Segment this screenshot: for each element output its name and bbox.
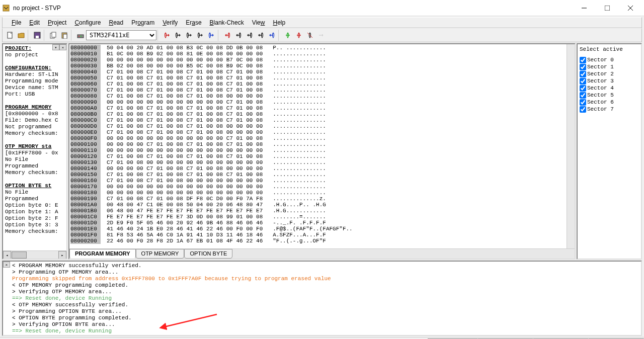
- progmem-header: PROGRAM MEMORY: [5, 104, 51, 110]
- device-select[interactable]: STM32F411xE: [86, 30, 156, 40]
- new-file-icon[interactable]: [5, 30, 16, 41]
- prog-red-icon[interactable]: [222, 30, 233, 41]
- sector-checkbox-4[interactable]: [580, 85, 586, 92]
- read-black2-icon[interactable]: [184, 30, 195, 41]
- sector-title: Select active: [580, 45, 639, 53]
- hex-row: 08000040C7 01 00 08 C7 01 00 08 C7 01 00…: [70, 69, 574, 75]
- hex-row: 0800011000 00 00 00 00 00 00 00 00 00 00…: [70, 147, 574, 153]
- tab-option-byte[interactable]: OPTION BYTE: [184, 249, 232, 259]
- menu-verify[interactable]: Verify: [158, 18, 182, 27]
- read-red-icon[interactable]: [162, 30, 173, 41]
- svg-rect-2: [605, 6, 610, 11]
- log-output[interactable]: < PROGRAM MEMORY successfully verified.>…: [3, 262, 641, 335]
- menu-configure[interactable]: Configure: [70, 18, 105, 27]
- hex-row: 080000F000 00 00 00 00 00 00 00 00 00 00…: [70, 135, 574, 141]
- hex-row: 080000B0C7 01 00 08 C7 01 00 08 C7 01 00…: [70, 111, 574, 117]
- project-header: PROJECT:: [5, 45, 32, 51]
- hex-row: 08000070C7 01 00 08 C7 01 00 08 C7 01 00…: [70, 87, 574, 93]
- menu-erase[interactable]: Erase: [182, 18, 205, 27]
- log-line: < OTP MEMORY programming completed.: [12, 282, 639, 289]
- log-line: > Verifying OPTION BYTE area...: [12, 321, 639, 328]
- menu-blankcheck[interactable]: Blank-Check: [206, 18, 248, 27]
- save-icon[interactable]: [32, 30, 43, 41]
- maximize-button[interactable]: [596, 1, 619, 16]
- menu-view[interactable]: View: [248, 18, 269, 27]
- hex-row: 080000D0C7 01 00 08 C7 01 00 08 C7 01 00…: [70, 123, 574, 129]
- sector-panel: Select active Sector 0Sector 1Sector 2Se…: [577, 43, 642, 260]
- tab-otp-memory[interactable]: OTP MEMORY: [136, 249, 185, 259]
- erase-icon[interactable]: [304, 30, 315, 41]
- verify-green-icon[interactable]: [282, 30, 293, 41]
- minimize-button[interactable]: [573, 1, 596, 16]
- read-blue-icon[interactable]: [206, 30, 217, 41]
- hscroll-thumb[interactable]: [12, 251, 27, 259]
- svg-rect-0: [3, 5, 9, 11]
- log-line: > Verifying OTP MEMORY area...: [12, 289, 639, 295]
- close-button[interactable]: [619, 1, 642, 16]
- config-header: CONFIGURATION:: [5, 65, 51, 71]
- hex-row: 080000C0C7 01 00 08 C7 01 00 08 C7 01 00…: [70, 117, 574, 123]
- sector-item-2[interactable]: Sector 2: [580, 70, 639, 77]
- log-line: > Programming OTP MEMORY area...: [12, 269, 639, 276]
- verify-red-icon[interactable]: [293, 30, 304, 41]
- sector-checkbox-5[interactable]: [580, 92, 586, 99]
- open-file-icon[interactable]: [16, 30, 27, 41]
- sector-checkbox-1[interactable]: [580, 64, 586, 70]
- hex-row: 080000E0C7 01 00 08 C7 01 00 08 C7 01 00…: [70, 129, 574, 135]
- menu-project[interactable]: Project: [44, 18, 70, 27]
- hex-row: 08000060C7 01 00 08 C7 01 00 08 C7 01 00…: [70, 81, 574, 87]
- sector-item-4[interactable]: Sector 4: [580, 84, 639, 92]
- svg-rect-9: [52, 32, 56, 37]
- vscroll[interactable]: [567, 44, 575, 248]
- panel-close-button[interactable]: ×: [59, 44, 66, 50]
- prog-black2-icon[interactable]: [244, 30, 255, 41]
- settings-icon[interactable]: [75, 30, 86, 41]
- menu-program[interactable]: Program: [127, 18, 158, 27]
- hex-row: 08000130C7 01 00 08 00 00 00 00 00 00 00…: [70, 159, 574, 165]
- sector-checkbox-2[interactable]: [580, 71, 586, 77]
- log-close-button[interactable]: ×: [3, 262, 10, 268]
- hex-row: 08000120C7 01 00 08 C7 01 00 08 C7 01 00…: [70, 153, 574, 159]
- project-value: no project: [5, 52, 38, 58]
- tab-program-memory[interactable]: PROGRAM MEMORY: [69, 249, 136, 259]
- prog-black3-icon[interactable]: [255, 30, 266, 41]
- hex-row: 08000010B1 0C 00 08 B9 02 00 08 81 0E 00…: [70, 51, 574, 57]
- menu-file[interactable]: File: [8, 18, 25, 27]
- log-line: < OPTION BYTE successfully verified.: [12, 334, 639, 335]
- log-line: < PROGRAM MEMORY successfully verified.: [12, 263, 639, 269]
- project-panel: ▾ × PROJECT: no project CONFIGURATION: H…: [2, 43, 67, 260]
- sector-checkbox-6[interactable]: [580, 99, 586, 106]
- hex-row: 080000A0C7 01 00 08 C7 01 00 08 C7 01 00…: [70, 105, 574, 111]
- paste-icon[interactable]: [59, 30, 70, 41]
- prog-black1-icon[interactable]: [233, 30, 244, 41]
- sector-checkbox-0[interactable]: [580, 57, 586, 63]
- sector-item-5[interactable]: Sector 5: [580, 92, 639, 99]
- hex-dump[interactable]: 0800000050 04 00 20 AD 01 00 08 B3 0C 00…: [69, 44, 575, 248]
- sector-item-1[interactable]: Sector 1: [580, 63, 639, 70]
- hex-row: 080001E041 46 40 24 1B E0 28 46 41 46 22…: [70, 226, 574, 232]
- log-line: < OPTION BYTE programming completed.: [12, 315, 639, 321]
- sector-item-3[interactable]: Sector 3: [580, 77, 639, 84]
- sector-item-7[interactable]: Sector 7: [580, 106, 639, 113]
- menu-read[interactable]: Read: [105, 18, 127, 27]
- sector-checkbox-3[interactable]: [580, 78, 586, 84]
- hscroll-right-button[interactable]: ▸: [58, 251, 66, 259]
- sector-item-6[interactable]: Sector 6: [580, 99, 639, 106]
- hex-row: 0800018000 00 00 00 00 00 00 00 00 00 00…: [70, 190, 574, 196]
- copy-icon[interactable]: [48, 30, 59, 41]
- hscroll-left-button[interactable]: ◂: [3, 251, 11, 259]
- hex-row: 0800010000 00 00 00 C7 01 00 08 C7 01 00…: [70, 141, 574, 147]
- menu-help[interactable]: Help: [269, 18, 289, 27]
- read-black3-icon[interactable]: [195, 30, 206, 41]
- sector-item-0[interactable]: Sector 0: [580, 56, 639, 63]
- read-black1-icon[interactable]: [173, 30, 184, 41]
- prog-blue-icon[interactable]: [266, 30, 277, 41]
- menu-edit[interactable]: Edit: [25, 18, 44, 27]
- sector-checkbox-7[interactable]: [580, 106, 586, 113]
- svg-rect-14: [80, 36, 82, 37]
- svg-rect-13: [78, 36, 79, 37]
- blank-icon[interactable]: [315, 30, 327, 41]
- panel-collapse-button[interactable]: ▾: [52, 44, 59, 50]
- hex-row: 080001D02D E9 F0 5F 05 46 00 20 92 46 9B…: [70, 220, 574, 226]
- hex-row: 080001A000 48 00 47 C1 0E 00 08 50 04 00…: [70, 202, 574, 208]
